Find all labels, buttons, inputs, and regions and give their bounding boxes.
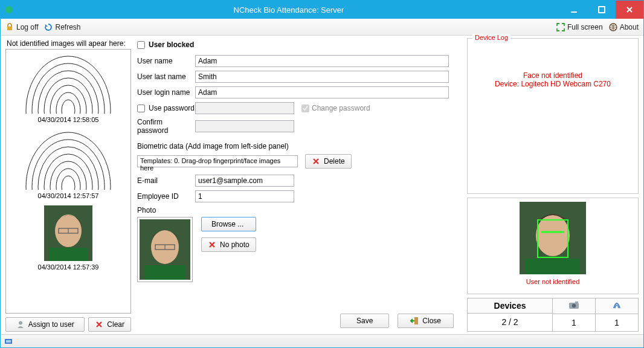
svg-point-10: [56, 92, 80, 114]
about-button[interactable]: About: [609, 23, 639, 31]
face-thumb-icon: [44, 205, 92, 261]
svg-point-17: [56, 169, 80, 190]
user-name-input[interactable]: [195, 55, 449, 67]
user-name-label: User name: [137, 57, 195, 65]
logoff-button[interactable]: Log off: [5, 23, 38, 31]
use-password-checkbox[interactable]: [137, 105, 145, 112]
fingerprint-icon: [23, 53, 114, 114]
svg-rect-26: [144, 265, 185, 280]
clear-button[interactable]: Clear: [88, 317, 131, 332]
fingerprint-count: 1: [596, 314, 638, 331]
camera-count: 1: [553, 314, 595, 331]
change-password-label: Change password: [312, 104, 370, 112]
unidentified-header: Not identified images will apear here:: [5, 38, 131, 49]
svg-rect-2: [599, 7, 605, 13]
assign-label: Assign to user: [28, 320, 74, 329]
refresh-button[interactable]: Refresh: [44, 23, 80, 31]
assign-to-user-button[interactable]: Assign to user: [5, 317, 85, 332]
thumb-timestamp: 04/30/2014 12:57:57: [7, 192, 129, 199]
email-label: E-mail: [137, 176, 195, 185]
x-icon: [95, 320, 103, 329]
svg-rect-20: [49, 248, 88, 261]
globe-icon: [609, 23, 617, 31]
device-log-title: Device Log: [472, 34, 510, 41]
camera-preview-box: User not identified: [467, 198, 639, 294]
svg-point-18: [62, 176, 75, 190]
svg-point-0: [5, 6, 13, 13]
last-name-input[interactable]: [195, 71, 449, 83]
save-label: Save: [356, 317, 373, 325]
minimize-button[interactable]: [560, 1, 588, 19]
user-blocked-checkbox[interactable]: [137, 41, 145, 49]
use-password-label: Use password: [149, 104, 195, 112]
user-blocked-label: User blocked: [149, 40, 194, 49]
right-panel: Device Log Face not identified Device: L…: [467, 38, 639, 332]
svg-rect-38: [575, 301, 578, 303]
svg-point-11: [62, 100, 75, 114]
user-form: User blocked User name User last name Us…: [135, 38, 463, 332]
app-icon: [4, 5, 14, 14]
confirm-password-input: [195, 120, 294, 132]
no-photo-label: No photo: [220, 240, 250, 249]
login-name-label: User login name: [137, 88, 195, 97]
unidentified-panel: Not identified images will apear here: 0…: [5, 38, 131, 332]
user-icon: [16, 320, 25, 329]
employee-id-input[interactable]: [195, 190, 294, 202]
logoff-label: Log off: [16, 23, 38, 31]
list-item[interactable]: 04/30/2014 12:57:39: [7, 205, 129, 271]
browse-photo-button[interactable]: Browse ...: [201, 217, 256, 231]
close-window-button[interactable]: [616, 1, 643, 19]
form-close-button[interactable]: Close: [398, 314, 454, 328]
change-password-checkbox: [301, 105, 309, 112]
photo-preview: [137, 217, 193, 282]
delete-biometric-button[interactable]: Delete: [305, 154, 352, 169]
browse-label: Browse ...: [211, 220, 243, 228]
fingerprint-header-icon: [596, 298, 638, 314]
fullscreen-button[interactable]: Full screen: [556, 23, 603, 31]
camera-header-icon: [553, 298, 595, 314]
svg-point-33: [536, 215, 570, 256]
confirm-password-label: Confirm password: [137, 118, 195, 135]
thumb-timestamp: 04/30/2014 12:57:39: [7, 263, 129, 271]
svg-rect-32: [526, 259, 580, 274]
password-input: [195, 102, 294, 114]
refresh-label: Refresh: [55, 23, 80, 31]
biometric-dropzone[interactable]: Templates: 0. Drag-drop fingerprint/face…: [137, 155, 298, 167]
unidentified-list[interactable]: 04/30/2014 12:58:05 04/30/2014 12:57:57: [5, 49, 131, 314]
lock-icon: [5, 23, 14, 31]
svg-point-8: [44, 78, 92, 114]
x-icon: [312, 157, 320, 166]
close-label: Close: [422, 317, 441, 325]
x-icon: [208, 240, 216, 249]
maximize-button[interactable]: [588, 1, 616, 19]
log-line: Face not identified: [472, 71, 633, 80]
svg-point-24: [19, 321, 22, 325]
list-item[interactable]: 04/30/2014 12:58:05: [7, 53, 129, 123]
window-title: NCheck Bio Attendance: Server: [18, 5, 560, 14]
svg-rect-30: [414, 317, 418, 324]
employee-id-label: Employee ID: [137, 192, 195, 201]
face-photo-icon: [140, 219, 190, 280]
list-item[interactable]: 04/30/2014 12:57:57: [7, 129, 129, 199]
last-name-label: User last name: [137, 72, 195, 81]
log-line: Device: Logitech HD Webcam C270: [472, 80, 633, 88]
svg-point-37: [572, 304, 576, 308]
main-toolbar: Log off Refresh Full screen About: [1, 19, 643, 36]
about-label: About: [620, 23, 639, 31]
preview-caption: User not identified: [526, 278, 580, 285]
device-log-box: Device Log Face not identified Device: L…: [467, 38, 639, 194]
no-photo-button[interactable]: No photo: [201, 237, 256, 252]
clear-label: Clear: [107, 320, 124, 329]
save-button[interactable]: Save: [340, 314, 389, 328]
login-name-input[interactable]: [195, 86, 449, 98]
door-arrow-icon: [410, 317, 419, 325]
svg-rect-1: [571, 11, 577, 13]
devices-value: 2 / 2: [468, 314, 552, 330]
fullscreen-label: Full screen: [567, 23, 603, 31]
biometric-header: Biometric data (Add image from left-side…: [137, 142, 457, 150]
status-icon: [4, 337, 13, 346]
refresh-icon: [44, 23, 53, 31]
devices-table: Devices 2 / 2 1 1: [467, 298, 639, 332]
fullscreen-icon: [556, 23, 565, 31]
email-input[interactable]: [195, 175, 294, 187]
